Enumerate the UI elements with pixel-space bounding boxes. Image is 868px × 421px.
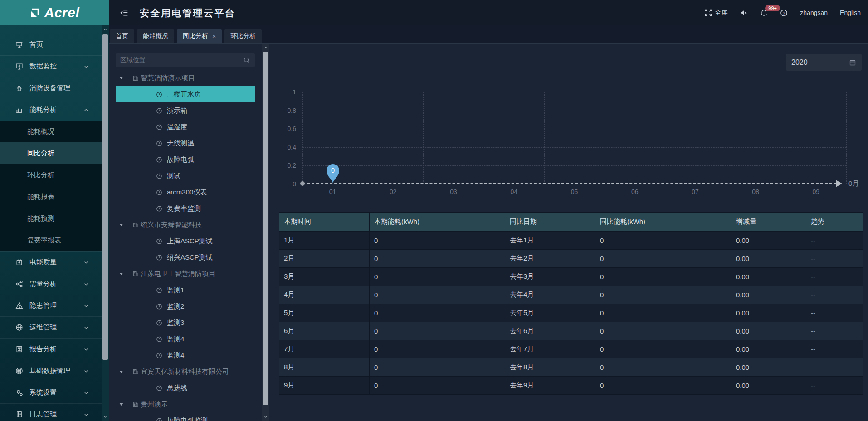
table-cell: -- (806, 340, 863, 358)
tree-node-监测4[interactable]: 监测4 (109, 347, 262, 363)
table-cell: 去年1月 (505, 232, 595, 250)
data-point-marker[interactable]: 0 (326, 164, 340, 185)
sidebar-item-运维管理[interactable]: 运维管理 (0, 316, 102, 338)
submenu-item-能耗报表[interactable]: 能耗报表 (0, 186, 102, 208)
close-icon[interactable]: × (212, 33, 216, 40)
sidebar-item-电能质量[interactable]: 电能质量 (0, 251, 102, 273)
scroll-up-icon[interactable] (262, 44, 269, 52)
tree-node-绍兴市安舜智能科技[interactable]: 绍兴市安舜智能科技 (109, 217, 262, 233)
sidebar-item-消防设备管理[interactable]: 消防设备管理 (0, 77, 102, 99)
tree-node-温湿度[interactable]: 温湿度 (109, 119, 262, 135)
help-icon[interactable]: ? (780, 9, 788, 17)
tree-node-label: 上海ASCP测试 (167, 237, 213, 246)
tree-node-故障电弧监测[interactable]: 故障电弧监测 (109, 412, 262, 421)
sidebar-item-基础数据管理[interactable]: 基础数据管理 (0, 360, 102, 382)
tree-scroll-thumb[interactable] (263, 52, 268, 405)
tree-node-江苏电卫士智慧消防项目[interactable]: 江苏电卫士智慧消防项目 (109, 266, 262, 282)
sidebar-item-label: 能耗分析 (29, 106, 83, 114)
caret-down-icon (119, 402, 124, 407)
sidebar-item-数据监控[interactable]: 数据监控 (0, 55, 102, 77)
table-cell: 0 (370, 322, 505, 340)
tab-能耗概况[interactable]: 能耗概况 (137, 29, 174, 43)
app-root: Acrel 安全用电管理云平台 全屏 (0, 0, 868, 421)
tree-node-监测1[interactable]: 监测1 (109, 282, 262, 298)
tree-node-演示箱[interactable]: 演示箱 (109, 102, 262, 119)
submenu-能耗分析: 能耗概况同比分析环比分析能耗报表能耗预测复费率报表 (0, 121, 102, 251)
caret-down-icon (119, 271, 124, 276)
gridline-h (302, 165, 846, 166)
submenu-item-能耗概况[interactable]: 能耗概况 (0, 121, 102, 142)
tree-node-label: 监测1 (167, 286, 184, 295)
tree-node-监测4[interactable]: 监测4 (109, 331, 262, 347)
device-icon (156, 140, 163, 147)
region-tree: 智慧消防演示项目三楼开水房演示箱温湿度无线测温故障电弧测试arcm300仪表复费… (109, 70, 262, 421)
sidebar-scroll-thumb[interactable] (102, 34, 108, 360)
table-cell: 0 (370, 250, 505, 268)
sidebar-scrollbar[interactable] (102, 25, 109, 421)
sidebar-item-label: 电能质量 (29, 258, 83, 266)
submenu-item-能耗预测[interactable]: 能耗预测 (0, 208, 102, 229)
table-cell: 0 (595, 377, 731, 395)
notifications-button[interactable]: 99+ (760, 9, 768, 17)
tree-node-贵州演示[interactable]: 贵州演示 (109, 396, 262, 412)
tree-node-绍兴ASCP测试[interactable]: 绍兴ASCP测试 (109, 249, 262, 266)
sidebar-item-隐患管理[interactable]: 隐患管理 (0, 295, 102, 316)
scroll-down-icon[interactable] (262, 413, 269, 421)
tree-node-arcm300仪表[interactable]: arcm300仪表 (109, 184, 262, 200)
gridline-h (302, 111, 846, 111)
username[interactable]: zhangsan (800, 9, 828, 16)
tree-node-监测3[interactable]: 监测3 (109, 315, 262, 331)
sidebar-item-需量分析[interactable]: 需量分析 (0, 273, 102, 295)
tree-node-总进线[interactable]: 总进线 (109, 380, 262, 396)
collapse-sidebar-icon[interactable] (120, 9, 129, 17)
sidebar-item-日志管理[interactable]: 日志管理 (0, 403, 102, 421)
report-icon (15, 345, 23, 353)
table-cell: 0 (595, 304, 731, 322)
y-tick-label: 0 (274, 180, 296, 188)
sidebar-menu: 首页数据监控消防设备管理能耗分析能耗概况同比分析环比分析能耗报表能耗预测复费率报… (0, 34, 102, 421)
tree-node-监测2[interactable]: 监测2 (109, 298, 262, 315)
tree-node-三楼开水房[interactable]: 三楼开水房 (109, 86, 262, 102)
table-cell: 2月 (279, 250, 370, 268)
submenu-item-同比分析[interactable]: 同比分析 (0, 142, 102, 164)
sidebar-item-能耗分析[interactable]: 能耗分析 (0, 99, 102, 121)
scroll-up-icon[interactable] (102, 25, 109, 34)
device-icon (156, 189, 163, 196)
scroll-down-icon[interactable] (102, 413, 109, 421)
x-tick-label: 08 (742, 188, 769, 195)
tab-环比分析[interactable]: 环比分析 (224, 29, 262, 43)
tree-scrollbar[interactable] (262, 44, 269, 421)
sidebar-item-系统设置[interactable]: 系统设置 (0, 382, 102, 403)
submenu-item-复费率报表[interactable]: 复费率报表 (0, 229, 102, 251)
tree-node-label: 贵州演示 (141, 400, 168, 409)
y-tick-label: 0.6 (274, 125, 296, 132)
tree-node-宜宾天亿新材料科技有限公司[interactable]: 宜宾天亿新材料科技有限公司 (109, 363, 262, 380)
tree-node-上海ASCP测试[interactable]: 上海ASCP测试 (109, 233, 262, 249)
sidebar-item-label: 隐患管理 (29, 301, 83, 310)
building-icon (132, 222, 139, 228)
sidebar-item-报告分析[interactable]: 报告分析 (0, 338, 102, 360)
tree-node-故障电弧[interactable]: 故障电弧 (109, 151, 262, 168)
fullscreen-button[interactable]: 全屏 (705, 9, 727, 17)
table-cell: 去年8月 (505, 358, 595, 377)
column-header-同比能耗(kWh): 同比能耗(kWh) (595, 213, 731, 232)
acrel-logo-icon (29, 7, 41, 19)
language-switch[interactable]: English (840, 9, 861, 16)
tree-node-复费率监测[interactable]: 复费率监测 (109, 200, 262, 217)
sidebar-item-首页[interactable]: 首页 (0, 34, 102, 55)
tree-node-测试[interactable]: 测试 (109, 168, 262, 184)
submenu-item-环比分析[interactable]: 环比分析 (0, 164, 102, 186)
tab-首页[interactable]: 首页 (110, 29, 134, 43)
tree-node-智慧消防演示项目[interactable]: 智慧消防演示项目 (109, 70, 262, 86)
tab-bar: 首页能耗概况同比分析×环比分析 (109, 25, 868, 44)
gridline-v (726, 92, 726, 184)
tree-node-无线测温[interactable]: 无线测温 (109, 135, 262, 151)
table-cell: -- (806, 286, 863, 304)
tab-同比分析[interactable]: 同比分析× (177, 29, 222, 43)
region-search-input[interactable]: 区域位置 (116, 53, 255, 67)
chevron-down-icon (83, 368, 89, 374)
year-picker[interactable]: 2020 (786, 54, 862, 71)
mute-icon[interactable] (740, 9, 748, 16)
device-icon (156, 91, 163, 98)
submenu-item-label: 同比分析 (27, 149, 54, 158)
